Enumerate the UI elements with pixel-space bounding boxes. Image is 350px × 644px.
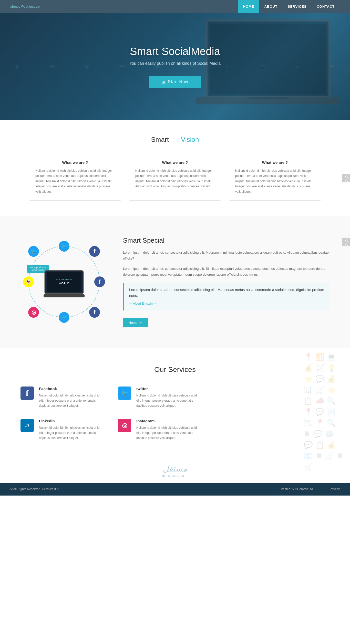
smart-vision-title: Smart Vision	[20, 136, 330, 144]
nav-link-contact[interactable]: CONTACT	[312, 0, 340, 13]
svg-rect-1	[210, 24, 326, 94]
scroll-up-arrow-2[interactable]: ⋀⋀	[342, 238, 350, 246]
snapchat-node-left: 👻	[23, 276, 34, 287]
services-grid: f Facebook Nullam id dolor id nibh ultri…	[20, 387, 200, 441]
home-btn-icon: ↩	[140, 321, 142, 325]
navbar: ahmed@yahoo.com HOME ABOUT SERVICES CONT…	[0, 0, 350, 13]
nav-link-home[interactable]: HOME	[238, 0, 259, 13]
special-para-1: Lorem ipsum dolor sit amet, consectetur …	[123, 250, 330, 262]
services-title: Our Services	[20, 366, 330, 374]
watermark-domain: mostaqi.com	[5, 474, 345, 478]
footer-copyright: © All Rights Reserved. Cerative It &....…	[10, 487, 64, 491]
home-btn-label: Home	[129, 321, 138, 325]
our-services-section: 📍📶💻💰📈 💡⭐💬💰📊 🛒⭐📋📣 🔍📍💬📄 📉📍🔍🖩 💬⚙️💬 📋💰📧 🖩🛒🖩🛒…	[0, 348, 350, 459]
card-1-title: What we are ?	[35, 160, 115, 165]
svg-text:WORLD: WORLD	[59, 282, 69, 285]
service-facebook: f Facebook Nullam id dolor id nibh ultri…	[20, 387, 102, 409]
footer-privacy-link[interactable]: Privacy	[330, 487, 340, 491]
card-3-title: What we are ?	[235, 160, 315, 165]
section-label-normal: Smart	[146, 136, 174, 143]
facebook-node-right: f	[94, 276, 105, 287]
svg-text:SOCIAL MEDIA: SOCIAL MEDIA	[56, 278, 72, 281]
footer-links: CreatedBy ©Cerative It&...... • Privacy	[280, 487, 340, 491]
svg-rect-8	[44, 294, 85, 297]
section-label-highlight: Vision	[176, 136, 204, 143]
instagram-content: Instagram Nullam id dolor id nibh ultric…	[136, 419, 200, 441]
hero-title: Smart SocialMedia	[129, 45, 221, 58]
linkedin-name: Linkedin	[39, 419, 102, 423]
card-3: What we are ? Nullam id dolor id nibh ul…	[229, 154, 321, 201]
home-button[interactable]: Home ↩	[123, 318, 148, 327]
service-linkedin: in Linkedin Nullam id dolor id nibh ultr…	[20, 419, 102, 441]
quote-text: Lorem ipsum dolor sit amet, consectetur …	[129, 288, 324, 298]
twitter-name: twitter	[136, 387, 200, 391]
diagram-center-laptop: SOCIAL MEDIA WORLD	[44, 270, 85, 299]
facebook-node-tr: f	[89, 246, 100, 257]
twitter-icon: 🐦	[118, 387, 131, 400]
footer-dot: •	[323, 487, 324, 491]
cards-row: What we are ? Nullam id dolor id nibh ul…	[20, 154, 330, 201]
hero-section: 🐦📷🐦📷 🐦📷🐦📷 🐦📷 Smart SocialMedia You can e…	[0, 13, 350, 120]
special-content: Smart Special Lorem ipsum dolor sit amet…	[123, 237, 330, 327]
scroll-up-arrow-1[interactable]: ⋀⋀	[342, 174, 350, 182]
card-1: What we are ? Nullam id dolor id nibh ul…	[29, 154, 121, 201]
card-2-text: Nullam id dolor id nibh ultricies vehicu…	[135, 168, 215, 189]
facebook-node-br: f	[89, 307, 100, 318]
hero-subtitle: You can easily publish on all kinds of S…	[129, 61, 221, 66]
smart-special-section: 🐦 f f f 🐦 ◎ 👻 🐦 manage all your social m…	[0, 216, 350, 348]
facebook-icon: f	[20, 387, 34, 400]
card-2-title: What we are ?	[135, 160, 215, 165]
special-para-2: Lorem ipsum dolor sit amet, consectetur …	[123, 266, 330, 278]
instagram-node-bl: ◎	[28, 307, 39, 318]
services-bg-decoration: 📍📶💻💰📈 💡⭐💬💰📊 🛒⭐📋📣 🔍📍💬📄 📉📍🔍🖩 💬⚙️💬 📋💰📧 🖩🛒🖩🛒	[299, 348, 350, 459]
start-now-button[interactable]: ⊞ Start Now	[149, 76, 201, 88]
twitter-node-tl: 🐦	[28, 246, 39, 257]
watermark-section: مستقل mostaqi.com	[0, 459, 350, 483]
grid-icon: ⊞	[162, 80, 165, 84]
linkedin-icon: in	[20, 419, 34, 432]
nav-link-about[interactable]: ABOUT	[259, 0, 283, 13]
nav-links: HOME ABOUT SERVICES CONTACT	[238, 0, 340, 13]
twitter-node-top: 🐦	[59, 241, 69, 252]
hero-content: Smart SocialMedia You can easily publish…	[129, 45, 221, 88]
linkedin-desc: Nullam id dolor id nibh ultricies vehicu…	[39, 425, 102, 441]
footer: © All Rights Reserved. Cerative It &....…	[0, 483, 350, 496]
twitter-desc: Nullam id dolor id nibh ultricies vehicu…	[136, 393, 200, 409]
facebook-desc: Nullam id dolor id nibh ultricies vehicu…	[39, 393, 102, 409]
special-title: Smart Special	[123, 237, 330, 244]
facebook-name: Facebook	[39, 387, 102, 391]
smart-vision-section: Smart Vision What we are ? Nullam id dol…	[0, 120, 350, 216]
quote-author: — Albert Einstein —	[129, 301, 324, 306]
card-1-text: Nullam id dolor id nibh ultricies vehicu…	[35, 168, 115, 194]
social-diagram: 🐦 f f f 🐦 ◎ 👻 🐦 manage all your social m…	[20, 238, 108, 325]
svg-rect-3	[248, 97, 289, 99]
special-quote: Lorem ipsum dolor sit amet, consectetur …	[123, 283, 330, 310]
facebook-content: Facebook Nullam id dolor id nibh ultrici…	[39, 387, 102, 409]
twitter-node-bottom: 🐦	[59, 312, 69, 323]
card-2: What we are ? Nullam id dolor id nibh ul…	[129, 154, 221, 201]
cta-label: Start Now	[168, 80, 188, 84]
service-twitter: 🐦 twitter Nullam id dolor id nibh ultric…	[118, 387, 200, 409]
footer-created-by: CreatedBy ©Cerative It&......	[280, 487, 318, 491]
service-instagram: ◎ Instagram Nullam id dolor id nibh ultr…	[118, 419, 200, 441]
linkedin-content: Linkedin Nullam id dolor id nibh ultrici…	[39, 419, 102, 441]
watermark-arabic: مستقل	[5, 464, 345, 474]
nav-link-services[interactable]: SERVICES	[283, 0, 312, 13]
twitter-content: twitter Nullam id dolor id nibh ultricie…	[136, 387, 200, 409]
card-3-text: Nullam id dolor id nibh ultricies vehicu…	[235, 168, 315, 194]
instagram-icon: ◎	[118, 419, 131, 432]
instagram-name: Instagram	[136, 419, 200, 423]
instagram-desc: Nullam id dolor id nibh ultricies vehicu…	[136, 425, 200, 441]
navbar-email: ahmed@yahoo.com	[10, 5, 40, 8]
